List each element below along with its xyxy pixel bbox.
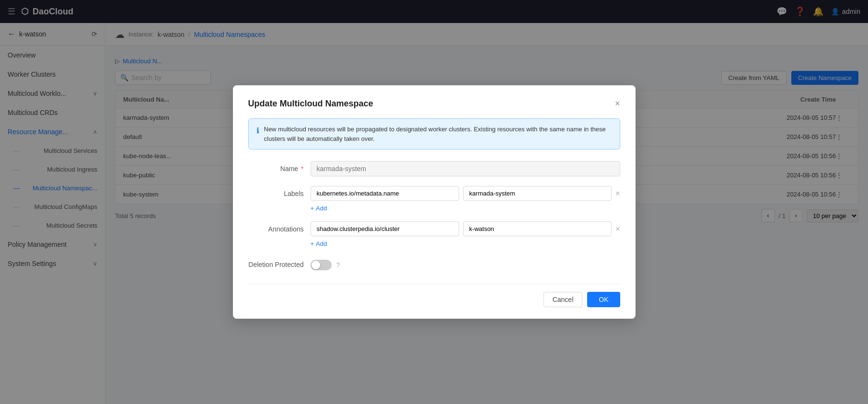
deletion-protected-content: ? (311, 257, 620, 270)
cancel-button[interactable]: Cancel (544, 292, 583, 307)
annotation-entry-1: × (311, 221, 620, 236)
modal-header: Update Multicloud Namespace × (248, 99, 620, 109)
required-indicator: * (301, 165, 303, 173)
add-label-text: Add (316, 205, 327, 212)
name-input[interactable] (311, 161, 620, 176)
modal-update-namespace: Update Multicloud Namespace × ℹ New mult… (233, 85, 636, 319)
labels-field-label: Labels (248, 186, 311, 197)
form-row-name: Name * (248, 161, 620, 176)
info-icon: ℹ (256, 125, 259, 137)
modal-footer: Cancel OK (248, 284, 620, 307)
form-row-deletion-protected: Deletion Protected ? (248, 257, 620, 270)
modal-title: Update Multicloud Namespace (248, 99, 373, 109)
add-label-plus-icon: + (311, 205, 314, 212)
label-key-input-1[interactable] (311, 186, 459, 201)
modal-close-button[interactable]: × (615, 99, 620, 109)
info-banner: ℹ New multicloud resources will be propa… (248, 118, 620, 150)
name-field-label: Name * (248, 161, 311, 173)
toggle-knob (312, 261, 320, 269)
add-annotation-button[interactable]: + Add (311, 240, 327, 247)
form-row-annotations: Annotations × + Add (248, 221, 620, 247)
deletion-protected-toggle-wrap: ? (311, 257, 620, 270)
deletion-protected-label: Deletion Protected (248, 257, 311, 268)
info-text: New multicloud resources will be propaga… (264, 125, 612, 143)
annotation-value-input-1[interactable] (463, 221, 612, 236)
name-field-content (311, 161, 620, 176)
add-annotation-plus-icon: + (311, 240, 314, 247)
annotations-field-label: Annotations (248, 221, 311, 233)
label-entry-1: × (311, 186, 620, 201)
deletion-protected-help-icon[interactable]: ? (336, 261, 340, 269)
label-value-input-1[interactable] (463, 186, 612, 201)
add-label-button[interactable]: + Add (311, 205, 327, 212)
annotation-key-input-1[interactable] (311, 221, 459, 236)
annotation-remove-button-1[interactable]: × (615, 225, 620, 233)
ok-button[interactable]: OK (587, 292, 620, 307)
deletion-protected-toggle[interactable] (311, 260, 332, 270)
modal-overlay: Update Multicloud Namespace × ℹ New mult… (0, 0, 868, 404)
add-annotation-text: Add (316, 240, 327, 247)
labels-field-content: × + Add (311, 186, 620, 212)
form-row-labels: Labels × + Add (248, 186, 620, 212)
annotations-field-content: × + Add (311, 221, 620, 247)
label-remove-button-1[interactable]: × (615, 189, 620, 198)
